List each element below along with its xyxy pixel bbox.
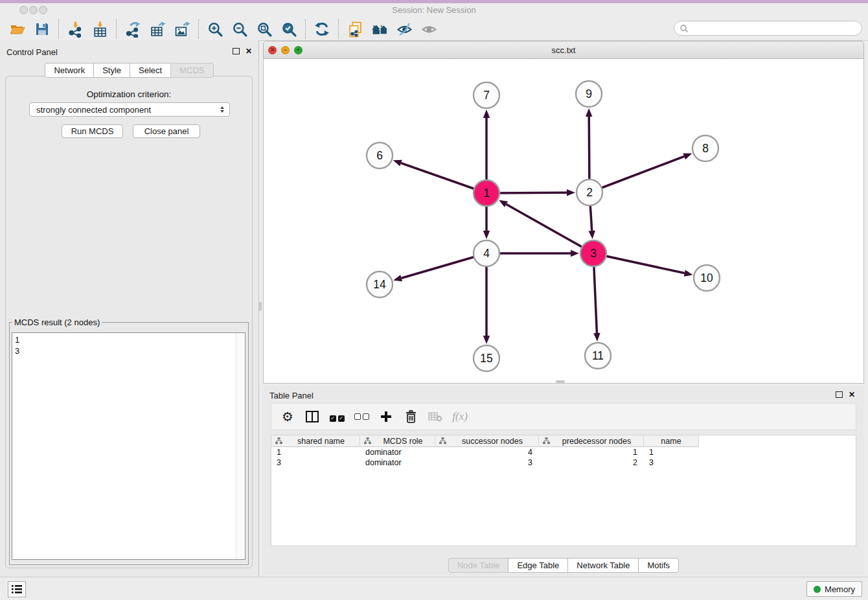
add-column-button[interactable] [374, 404, 398, 429]
first-neighbors-button[interactable] [367, 19, 392, 39]
edge-arrowhead [683, 150, 693, 159]
tab-network[interactable]: Network [45, 63, 94, 78]
hide-selected-button[interactable] [392, 19, 417, 39]
network-canvas[interactable]: 1234678910111415 [263, 59, 864, 384]
unchecked-boxes-icon [354, 411, 369, 422]
edge-arrowhead [392, 157, 402, 166]
save-session-button[interactable] [30, 19, 54, 39]
tab-style[interactable]: Style [93, 63, 130, 78]
column-header-name[interactable]: name [644, 435, 699, 447]
tab-mcds[interactable]: MCDS [170, 63, 213, 78]
edge-3-10[interactable] [593, 253, 685, 273]
table-header-row: shared nameMCDS rolesuccessor nodesprede… [271, 435, 856, 447]
panel-divider-grip[interactable] [259, 302, 262, 311]
split-columns-button[interactable] [300, 404, 325, 429]
column-header-shared-name[interactable]: shared name [271, 435, 360, 447]
float-panel-icon[interactable] [233, 48, 240, 54]
table-settings-button[interactable]: ⚙ [275, 404, 300, 429]
mcds-result-node: 3 [12, 345, 245, 356]
edge-arrowhead [586, 108, 592, 117]
houses-icon [371, 21, 389, 38]
table-cell[interactable]: 3 [435, 457, 539, 468]
plus-icon [380, 411, 392, 422]
node-label-2: 2 [586, 186, 593, 199]
table-cell[interactable]: 1 [539, 447, 644, 457]
show-hidden-button[interactable] [417, 19, 441, 39]
table-cell[interactable]: 4 [435, 447, 539, 457]
close-panel-icon[interactable]: ✕ [246, 47, 252, 55]
table-cell[interactable]: 3 [644, 457, 699, 468]
table-cell[interactable]: 3 [271, 457, 360, 468]
edge-arrowhead [593, 333, 600, 341]
tab-select[interactable]: Select [130, 63, 171, 78]
result-scrollbar[interactable] [236, 333, 245, 559]
toolbar-separator [338, 19, 339, 39]
node-table: shared nameMCDS rolesuccessor nodesprede… [271, 435, 856, 546]
zoom-in-icon [207, 21, 223, 38]
table-cell[interactable]: 2 [539, 457, 644, 468]
deselect-all-columns-button[interactable] [349, 404, 374, 429]
table-body: 1dominator4113dominator323 [271, 447, 856, 468]
column-header-mcds-role[interactable]: MCDS role [360, 435, 435, 447]
export-table-button[interactable] [145, 19, 170, 39]
memory-button[interactable]: Memory [806, 581, 862, 597]
session-title: Session: New Session [0, 5, 868, 15]
open-session-button[interactable] [5, 19, 30, 39]
import-table-button[interactable] [87, 19, 112, 39]
table-toolbar: ⚙ ✓✓ [271, 403, 856, 430]
node-label-4: 4 [483, 247, 490, 260]
table-cell[interactable]: 1 [644, 447, 699, 457]
tab-node-table[interactable]: Node Table [448, 558, 509, 573]
close-panel-button[interactable]: Close panel [133, 124, 200, 138]
search-input[interactable] [689, 22, 862, 34]
column-header-predecessor-nodes[interactable]: predecessor nodes [539, 435, 644, 447]
select-all-columns-button[interactable]: ✓✓ [325, 404, 349, 429]
network-from-selection-button[interactable] [343, 19, 367, 39]
table-panel-title: Table Panel [269, 391, 314, 400]
export-network-button[interactable] [120, 19, 145, 39]
table-row: 1dominator411 [271, 447, 856, 457]
tab-motifs[interactable]: Motifs [638, 558, 679, 573]
table-cell[interactable]: dominator [360, 447, 435, 457]
delete-column-button[interactable] [398, 404, 423, 429]
edge-arrowhead [483, 110, 490, 118]
apply-function-button[interactable]: f(x) [448, 404, 472, 429]
import-network-button[interactable] [63, 19, 87, 39]
edge-2-8[interactable] [589, 156, 684, 192]
checked-boxes-icon: ✓✓ [330, 411, 345, 422]
application-window: Session: New Session [0, 0, 868, 600]
network-view-frame: ✕ − + scc.txt 1234678910111415 [263, 41, 864, 384]
node-label-9: 9 [586, 87, 592, 100]
mcds-result-list: 13 [12, 332, 246, 560]
tab-edge-table[interactable]: Edge Table [508, 558, 568, 573]
zoom-in-button[interactable] [203, 19, 227, 39]
close-panel-icon[interactable]: ✕ [849, 391, 855, 398]
delete-table-button[interactable] [423, 404, 448, 429]
edge-3-1[interactable] [506, 204, 593, 253]
table-tabs: Node TableEdge TableNetwork TableMotifs [263, 558, 864, 573]
node-label-15: 15 [480, 352, 492, 365]
table-cell[interactable]: 1 [271, 447, 360, 457]
eye-icon [421, 21, 437, 38]
task-history-button[interactable] [8, 581, 26, 597]
toolbar-separator [198, 19, 199, 39]
table-cell[interactable]: dominator [360, 457, 435, 468]
apply-layout-button[interactable] [310, 19, 334, 39]
run-mcds-button[interactable]: Run MCDS [62, 124, 123, 138]
export-image-button[interactable] [170, 19, 194, 39]
node-label-1: 1 [483, 187, 490, 200]
zoom-selected-button[interactable] [277, 19, 301, 39]
table-panel: Table Panel ✕ ⚙ ✓✓ [263, 386, 864, 575]
zoom-fit-button[interactable] [252, 19, 277, 39]
shared-column-icon [543, 437, 550, 444]
node-label-14: 14 [373, 278, 386, 291]
split-columns-icon [306, 411, 319, 422]
float-panel-icon[interactable] [836, 391, 843, 398]
zoom-out-button[interactable] [227, 19, 252, 39]
optimization-criterion-select[interactable]: strongly connected component [29, 102, 230, 117]
column-header-successor-nodes[interactable]: successor nodes [435, 435, 539, 447]
network-frame-title: scc.txt [264, 45, 863, 55]
import-network-icon [67, 21, 84, 38]
tab-network-table[interactable]: Network Table [567, 558, 639, 573]
frame-divider-grip[interactable] [556, 380, 565, 383]
